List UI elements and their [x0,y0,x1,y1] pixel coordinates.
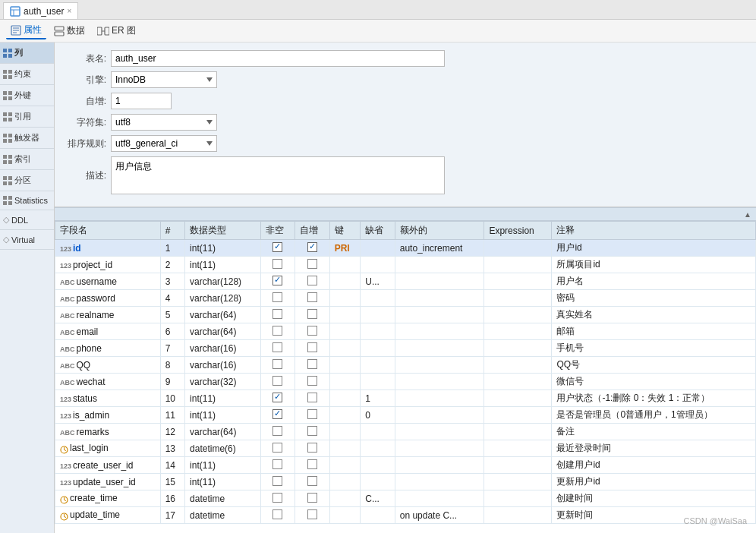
checkbox-unchecked[interactable] [307,309,317,319]
cell-autoinc [295,440,329,457]
cell-expression [484,440,552,457]
cell-fieldname: 123is_admin [55,407,161,424]
checkbox-unchecked[interactable] [307,393,317,402]
checkbox-unchecked[interactable] [272,426,282,436]
cell-expression [484,390,552,407]
charset-label: 字符集: [67,116,106,129]
table-row[interactable]: ABCQQ8varchar(16)QQ号 [55,357,756,374]
checkbox-unchecked[interactable] [307,342,317,352]
table-row[interactable]: 123is_admin11int(11)0是否是管理员（0普通用户，1管理员） [55,407,756,424]
cell-extra [395,474,484,490]
checkbox-unchecked[interactable] [307,292,317,302]
checkbox-unchecked[interactable] [272,476,282,486]
cell-extra [395,290,484,307]
sidebar-item-constraints[interactable]: 约束 [0,64,54,85]
svg-rect-25 [8,112,12,116]
table-row[interactable]: ABCrealname5varchar(64)真实姓名 [55,307,756,323]
checkbox-unchecked[interactable] [272,309,282,319]
sidebar-item-partitions[interactable]: 分区 [0,170,54,191]
checkbox-unchecked[interactable] [307,409,317,419]
cell-datatype: varchar(64) [185,323,261,340]
checkbox-unchecked[interactable] [272,359,282,369]
table-row[interactable]: update_time17datetimeon update C...更新时间 [55,507,756,524]
checkbox-unchecked[interactable] [307,326,317,336]
sidebar-item-foreign-keys[interactable]: 外键 [0,85,54,106]
cell-datatype: datetime(6) [185,440,261,457]
table-row[interactable]: 123project_id2int(11)所属项目id [55,257,756,273]
auto-increment-input[interactable] [111,93,172,109]
checkbox-checked[interactable] [307,242,317,252]
table-row[interactable]: 123update_user_id15int(11)更新用户id [55,474,756,490]
checkbox-unchecked[interactable] [307,426,317,436]
sidebar-item-statistics[interactable]: Statistics [0,191,54,210]
cell-key [329,507,361,524]
tab-auth-user[interactable]: auth_user × [3,2,78,19]
toolbar-properties-btn[interactable]: 属性 [6,22,46,39]
checkbox-unchecked[interactable] [307,476,317,486]
cell-comment: 微信号 [552,374,756,390]
expand-arrow-icon[interactable]: ▲ [744,210,751,219]
checkbox-unchecked[interactable] [272,292,282,302]
cell-fieldname: ABCemail [55,323,161,340]
checkbox-checked[interactable] [272,276,282,285]
checkbox-unchecked[interactable] [307,376,317,386]
charset-select[interactable]: utf8 utf8mb4 latin1 [111,114,217,131]
table-row[interactable]: 123create_user_id14int(11)创建用户id [55,457,756,474]
svg-rect-36 [3,176,7,180]
cell-expression [484,340,552,357]
sidebar-item-ddl[interactable]: ◇ DDL [0,210,54,230]
engine-select[interactable]: InnoDB MyISAM MEMORY [111,71,217,88]
checkbox-unchecked[interactable] [307,259,317,269]
table-row[interactable]: 123status10int(11)1用户状态（-1:删除 0：失效 1：正常） [55,390,756,407]
sidebar-item-triggers[interactable]: 触发器 [0,128,54,149]
checkbox-unchecked[interactable] [272,509,282,519]
checkbox-unchecked[interactable] [272,443,282,453]
sidebar-item-indexes[interactable]: 引用 [0,106,54,128]
checkbox-unchecked[interactable] [307,493,317,503]
checkbox-unchecked[interactable] [272,259,282,269]
table-name-input[interactable] [111,50,445,67]
table-row[interactable]: ABCpassword4varchar(128)密码 [55,290,756,307]
checkbox-unchecked[interactable] [307,459,317,469]
toolbar-er-btn[interactable]: ER 图 [93,23,140,39]
cell-expression [484,374,552,390]
checkbox-checked[interactable] [272,393,282,402]
description-textarea[interactable] [111,156,445,194]
sidebar-item-virtual[interactable]: ◇ Virtual [0,230,54,250]
table-row[interactable]: create_time16datetimeC...创建时间 [55,490,756,507]
table-row[interactable]: ABCusername3varchar(128)U...用户名 [55,273,756,290]
cell-num: 6 [160,323,184,340]
checkbox-unchecked[interactable] [272,326,282,336]
table-row[interactable]: 123id1int(11)PRIauto_increment用户id [55,240,756,257]
checkbox-unchecked[interactable] [307,443,317,453]
cell-fieldname: ABCremarks [55,424,161,440]
checkbox-unchecked[interactable] [307,509,317,519]
checkbox-unchecked[interactable] [272,493,282,503]
cell-extra [395,407,484,424]
col-header-datatype: 数据类型 [185,222,261,240]
table-row[interactable]: ABCphone7varchar(16)手机号 [55,340,756,357]
tab-close-button[interactable]: × [67,7,71,15]
checkbox-unchecked[interactable] [272,459,282,469]
sidebar-item-index[interactable]: 索引 [0,149,54,170]
checkbox-unchecked[interactable] [272,376,282,386]
cell-autoinc [295,390,329,407]
sidebar-item-columns[interactable]: 列 [0,43,54,64]
checkbox-checked[interactable] [272,242,282,252]
cell-autoinc [295,340,329,357]
checkbox-unchecked[interactable] [307,359,317,369]
table-row[interactable]: last_login13datetime(6)最近登录时间 [55,440,756,457]
table-row[interactable]: ABCremarks12varchar(64)备注 [55,424,756,440]
table-row[interactable]: ABCemail6varchar(64)邮箱 [55,323,756,340]
checkbox-unchecked[interactable] [272,342,282,352]
cell-datatype: int(11) [185,240,261,257]
cell-datatype: varchar(32) [185,374,261,390]
cell-autoinc [295,507,329,524]
cell-fieldname: ABCrealname [55,307,161,323]
collation-select[interactable]: utf8_general_ci utf8_unicode_ci utf8_bin [111,135,217,152]
toolbar-data-btn[interactable]: 数据 [49,23,90,39]
table-row[interactable]: ABCwechat9varchar(32)微信号 [55,374,756,390]
checkbox-checked[interactable] [272,409,282,419]
cell-key [329,257,361,273]
checkbox-unchecked[interactable] [307,276,317,285]
